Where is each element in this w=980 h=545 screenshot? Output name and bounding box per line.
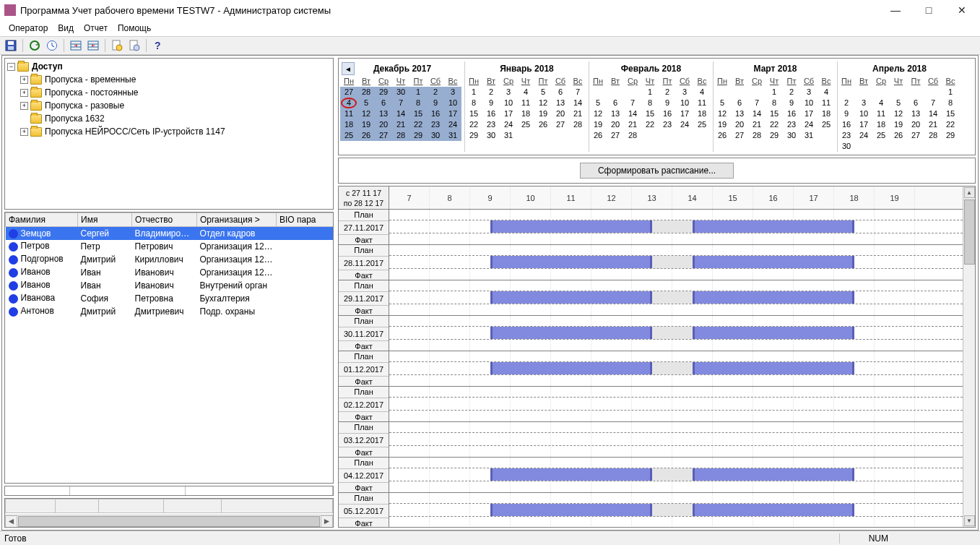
calendar-day[interactable]: 26 (714, 130, 731, 141)
gantt-bar[interactable] (693, 468, 854, 481)
people-column-header[interactable]: Организация > (197, 213, 277, 227)
calendar-day[interactable]: 2 (427, 87, 444, 98)
calendar-day[interactable]: 16 (427, 108, 444, 119)
gantt-bar[interactable] (490, 327, 652, 339)
calendar-day[interactable]: 20 (607, 119, 624, 130)
calendar-day[interactable]: 13 (375, 108, 392, 119)
calendar-day[interactable]: 21 (748, 119, 766, 130)
calendar-day[interactable]: 28 (569, 119, 586, 130)
calendar-day[interactable]: 27 (375, 130, 392, 141)
calendar-day[interactable]: 22 (766, 119, 783, 130)
calendar-day[interactable]: 28 (748, 130, 766, 141)
access-tree[interactable]: − Доступ +Пропуска - временные+Пропуска … (4, 58, 334, 210)
calendar-day[interactable]: 11 (872, 108, 890, 119)
calendar-day[interactable]: 7 (924, 98, 942, 108)
calendar-day[interactable]: 22 (409, 119, 427, 130)
table-out-icon[interactable] (85, 38, 101, 53)
calendar-day[interactable]: 23 (838, 130, 855, 141)
calendar-day[interactable]: 24 (800, 119, 818, 130)
gantt-bar[interactable] (490, 468, 652, 481)
calendar-day[interactable]: 30 (482, 130, 500, 141)
calendar-day[interactable]: 15 (641, 108, 659, 119)
calendar-day[interactable]: 12 (357, 108, 375, 119)
form-schedule-button[interactable]: Сформировать расписание... (580, 163, 734, 179)
calendar-day[interactable]: 8 (465, 98, 482, 108)
calendar-day[interactable] (855, 141, 872, 152)
calendar-day[interactable]: 18 (340, 119, 357, 130)
menu-operator[interactable]: Оператор (4, 22, 52, 35)
gantt-row-label[interactable]: План03.12.2017Факт (339, 422, 389, 458)
tree-item[interactable]: +Пропуска - разовые (5, 99, 333, 112)
people-grid[interactable]: ФамилияИмяОтчествоОрганизация >BIO пара … (4, 212, 334, 484)
gantt-bar[interactable] (693, 362, 854, 374)
calendar-day[interactable]: 29 (942, 130, 959, 141)
gantt-row-label[interactable]: План30.11.2017Факт (339, 316, 389, 351)
gantt-bar[interactable] (490, 291, 652, 304)
calendar-day[interactable]: 5 (890, 98, 907, 108)
gantt-bar[interactable] (490, 504, 652, 516)
calendar-day[interactable] (552, 130, 569, 141)
calendar-day[interactable]: 14 (748, 108, 766, 119)
calendar-day[interactable] (872, 87, 890, 98)
calendar-day[interactable]: 28 (392, 130, 409, 141)
small-grid-2[interactable]: ◄► (4, 498, 334, 528)
calendar-day[interactable]: 16 (783, 108, 800, 119)
calendar-day[interactable]: 25 (517, 119, 534, 130)
calendar-day[interactable]: 26 (357, 130, 375, 141)
calendar-day[interactable]: 25 (872, 130, 890, 141)
people-column-header[interactable]: Фамилия (6, 213, 78, 227)
calendar-day[interactable]: 24 (500, 119, 517, 130)
calendar-day[interactable] (714, 87, 731, 98)
calendar-day[interactable]: 5 (357, 98, 375, 108)
calendar-day[interactable]: 21 (924, 119, 942, 130)
calendar-day[interactable]: 20 (552, 108, 569, 119)
calendar-day[interactable]: 6 (731, 98, 748, 108)
calendar-day[interactable]: 17 (500, 108, 517, 119)
calendar-day[interactable] (924, 87, 942, 98)
gantt-bar[interactable] (693, 291, 854, 304)
calendar-day[interactable]: 15 (409, 108, 427, 119)
calendar-day[interactable]: 19 (890, 119, 907, 130)
gantt-row-label[interactable]: План02.12.2017Факт (339, 387, 389, 422)
help-icon[interactable]: ? (150, 38, 166, 53)
calendar-day[interactable]: 1 (409, 87, 427, 98)
calendar-day[interactable] (534, 130, 552, 141)
gantt-row[interactable] (389, 280, 963, 316)
gantt-row-label[interactable]: План29.11.2017Факт (339, 280, 389, 316)
calendar-day[interactable]: 8 (641, 98, 659, 108)
calendar-day[interactable]: 10 (800, 98, 818, 108)
refresh-icon[interactable] (27, 38, 43, 53)
calendar-day[interactable]: 7 (569, 87, 586, 98)
tree-collapse-icon[interactable]: − (7, 63, 15, 71)
save-icon[interactable] (3, 38, 19, 53)
calendar-day[interactable] (838, 87, 855, 98)
calendar-day[interactable]: 8 (409, 98, 427, 108)
clock-icon[interactable] (44, 38, 60, 53)
calendar-day[interactable]: 25 (340, 130, 357, 141)
calendar-day[interactable]: 28 (924, 130, 942, 141)
gantt-row[interactable] (389, 458, 963, 493)
calendar-day[interactable]: 31 (444, 130, 461, 141)
calendar-day[interactable]: 17 (800, 108, 818, 119)
calendar-day[interactable] (693, 130, 711, 141)
calendar-day[interactable]: 27 (907, 130, 924, 141)
calendar-day[interactable]: 13 (552, 98, 569, 108)
calendar-day[interactable]: 5 (714, 98, 731, 108)
month-prev-button[interactable]: ◄ (342, 62, 355, 75)
calendar-day[interactable]: 13 (607, 108, 624, 119)
calendar-day[interactable]: 15 (766, 108, 783, 119)
calendar-day[interactable]: 12 (890, 108, 907, 119)
maximize-button[interactable]: □ (912, 0, 945, 20)
calendar-day[interactable]: 30 (838, 141, 855, 152)
tree-expand-icon[interactable]: + (20, 76, 28, 84)
calendar-day[interactable] (924, 141, 942, 152)
calendar-day[interactable] (641, 130, 659, 141)
minimize-button[interactable]: — (879, 0, 912, 20)
calendar-day[interactable]: 21 (392, 119, 409, 130)
person-row[interactable]: АнтоновДмитрийДмитриевичПодр. охраны (6, 305, 334, 318)
gantt-row-label[interactable]: План27.11.2017Факт (339, 210, 389, 245)
tree-item[interactable]: +Пропуска НЕЙРОСС/Сеть IP-устройств 1147 (5, 125, 333, 138)
calendar-day[interactable]: 10 (444, 98, 461, 108)
calendar-day[interactable]: 16 (482, 108, 500, 119)
tree-expand-icon[interactable]: + (20, 128, 28, 136)
